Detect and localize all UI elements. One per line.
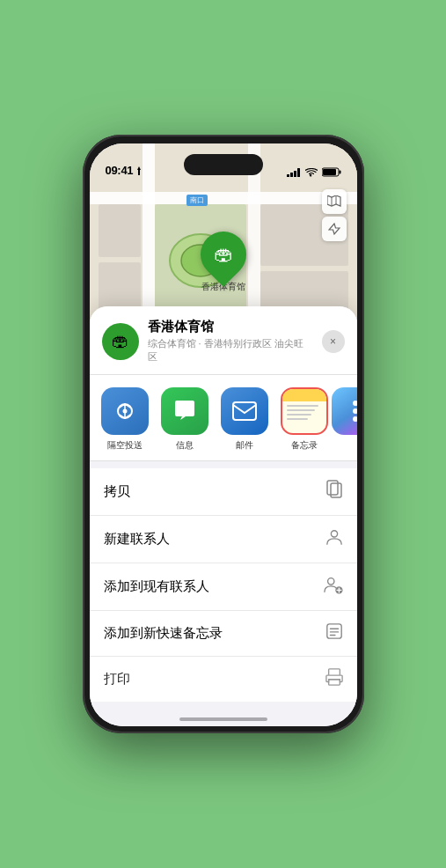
map-label-tag: 南口 [186, 195, 208, 206]
map-type-icon [327, 195, 341, 208]
map-type-button[interactable] [322, 189, 347, 214]
action-add-note-label: 添加到新快速备忘录 [104, 625, 223, 642]
mail-icon [231, 401, 258, 422]
location-button[interactable] [322, 217, 347, 241]
svg-rect-25 [233, 402, 256, 420]
svg-rect-39 [328, 680, 340, 685]
action-list: 拷贝 新建联系人 [90, 468, 357, 702]
note-icon [325, 622, 343, 644]
battery-icon [322, 167, 341, 177]
action-add-note[interactable]: 添加到新快速备忘录 [90, 611, 357, 657]
svg-rect-14 [99, 204, 141, 257]
notes-line-1 [287, 405, 318, 407]
action-new-contact[interactable]: 新建联系人 [90, 516, 357, 563]
airdrop-icon [113, 399, 137, 423]
svg-rect-1 [290, 173, 293, 177]
airdrop-icon-bg [101, 387, 149, 435]
svg-rect-8 [90, 192, 357, 204]
stadium-pin: 🏟 香港体育馆 [201, 232, 246, 293]
close-button[interactable]: × [322, 330, 345, 353]
action-print[interactable]: 打印 [90, 657, 357, 702]
svg-rect-3 [297, 168, 300, 177]
sheet-header: 🏟 香港体育馆 综合体育馆 · 香港特别行政区 油尖旺区 × [90, 306, 357, 375]
svg-rect-6 [323, 169, 336, 175]
phone-screen: 09:41 [90, 143, 357, 726]
share-item-messages[interactable]: 信息 [158, 387, 211, 452]
action-print-label: 打印 [104, 671, 130, 688]
svg-point-30 [327, 578, 333, 585]
svg-rect-0 [287, 174, 289, 177]
svg-point-24 [122, 409, 127, 414]
notes-label: 备忘录 [291, 439, 318, 452]
action-add-existing-label: 添加到现有联系人 [104, 578, 209, 595]
venue-name: 香港体育馆 [148, 319, 313, 335]
mail-label: 邮件 [236, 439, 253, 452]
airdrop-label: 隔空投送 [107, 439, 143, 452]
svg-rect-38 [328, 669, 340, 675]
phone-frame: 09:41 [83, 135, 364, 733]
more-dot-3 [353, 416, 357, 422]
person-add-svg-icon [324, 575, 343, 594]
notes-lines [282, 401, 326, 423]
action-copy[interactable]: 拷贝 [90, 468, 357, 516]
map-label: 南口 [186, 195, 208, 206]
messages-label: 信息 [176, 439, 194, 452]
dynamic-island [184, 154, 263, 175]
person-add-icon [324, 575, 343, 599]
bottom-sheet: 🏟 香港体育馆 综合体育馆 · 香港特别行政区 油尖旺区 × [90, 306, 357, 726]
more-icon-bg [332, 387, 357, 435]
action-add-existing[interactable]: 添加到现有联系人 [90, 563, 357, 611]
person-svg-icon [325, 527, 343, 547]
location-icon [135, 166, 143, 175]
more-dot-1 [353, 401, 357, 406]
person-icon [325, 527, 343, 551]
compass-icon [328, 223, 340, 235]
share-item-more[interactable] [338, 387, 357, 452]
status-time: 09:41 [106, 164, 134, 177]
messages-icon [172, 399, 198, 423]
venue-description: 综合体育馆 · 香港特别行政区 油尖旺区 [148, 337, 313, 364]
copy-svg-icon [325, 480, 343, 499]
svg-point-28 [331, 531, 337, 537]
home-indicator-area [90, 702, 357, 726]
share-item-airdrop[interactable]: 隔空投送 [99, 387, 151, 452]
action-copy-label: 拷贝 [104, 483, 130, 500]
note-svg-icon [325, 622, 343, 640]
printer-icon [325, 668, 343, 690]
share-row: 隔空投送 信息 [90, 375, 357, 461]
home-indicator [179, 717, 267, 721]
status-icons [287, 167, 341, 177]
wifi-icon [305, 168, 318, 177]
svg-rect-2 [294, 171, 296, 177]
notes-line-2 [287, 409, 315, 411]
stadium-icon: 🏟 [214, 243, 233, 266]
pin-circle: 🏟 [191, 222, 256, 287]
svg-rect-5 [339, 171, 340, 174]
more-dot-2 [353, 408, 357, 414]
notes-header [282, 389, 326, 401]
signal-icon [287, 168, 301, 177]
map-controls[interactable] [322, 189, 347, 241]
mail-icon-bg [221, 387, 268, 435]
copy-icon [325, 480, 343, 504]
svg-rect-34 [326, 624, 340, 638]
share-item-mail[interactable]: 邮件 [218, 387, 271, 452]
venue-info: 香港体育馆 综合体育馆 · 香港特别行政区 油尖旺区 [148, 319, 313, 364]
notes-line-4 [287, 418, 308, 420]
messages-icon-bg [161, 387, 208, 435]
share-item-notes[interactable]: 备忘录 [278, 387, 331, 452]
notes-line-3 [287, 414, 311, 416]
action-new-contact-label: 新建联系人 [104, 531, 170, 548]
printer-svg-icon [325, 668, 343, 686]
venue-icon: 🏟 [102, 323, 139, 360]
notes-icon-container [281, 387, 328, 435]
